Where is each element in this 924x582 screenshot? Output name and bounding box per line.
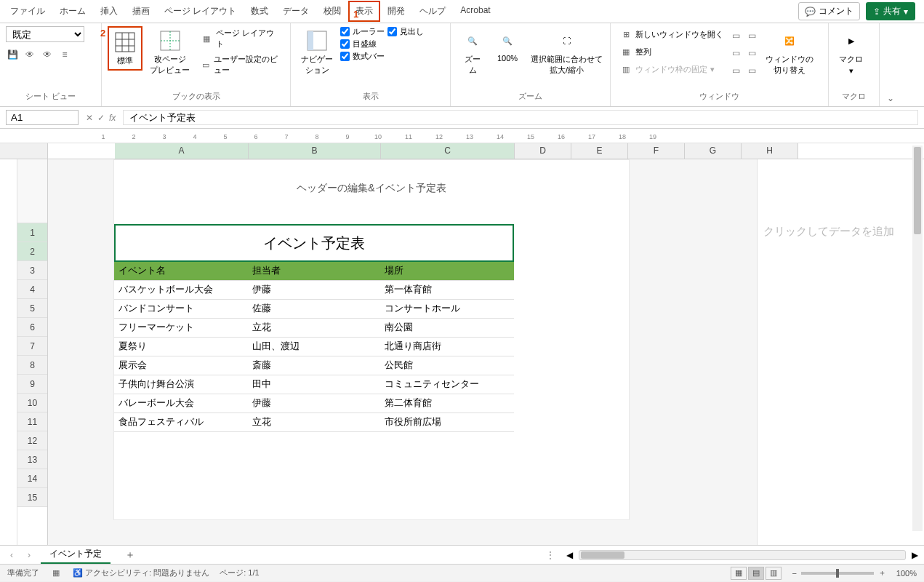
- ribbon-collapse[interactable]: ⌄: [880, 23, 901, 106]
- arrange-button[interactable]: ▦整列: [616, 44, 726, 60]
- zoom-value[interactable]: 100%: [896, 569, 917, 578]
- col-header-H[interactable]: H: [742, 143, 798, 159]
- menu-item-9[interactable]: 開発: [380, 1, 412, 22]
- table-cell[interactable]: コンサートホール: [380, 300, 514, 318]
- macro-button[interactable]: ▶マクロ▾: [835, 26, 867, 79]
- zoom-fit-button[interactable]: ⛶選択範囲に合わせて 拡大/縮小: [526, 26, 607, 79]
- sheetview-select[interactable]: 既定: [6, 26, 84, 42]
- table-cell[interactable]: 立花: [248, 319, 380, 337]
- headings-checkbox[interactable]: 見出し: [387, 26, 424, 37]
- horizontal-scrollbar[interactable]: [579, 550, 906, 560]
- table-cell[interactable]: 第一体育館: [380, 281, 514, 299]
- win-icon-4[interactable]: ▭: [745, 29, 758, 42]
- table-cell[interactable]: 市役所前広場: [380, 413, 514, 431]
- name-box[interactable]: [6, 110, 79, 125]
- menu-item-11[interactable]: Acrobat: [453, 1, 497, 22]
- table-cell[interactable]: 第二体育館: [380, 394, 514, 412]
- win-icon-3[interactable]: ▭: [729, 64, 742, 77]
- col-header-G[interactable]: G: [685, 143, 742, 159]
- row-header-3[interactable]: 3: [17, 261, 47, 280]
- table-cell[interactable]: 山田、渡辺: [248, 338, 380, 356]
- tab-prev[interactable]: ‹: [6, 550, 17, 560]
- menu-item-4[interactable]: ページ レイアウト: [157, 1, 244, 22]
- row-header-7[interactable]: 7: [17, 337, 47, 356]
- vertical-scrollbar[interactable]: [912, 146, 923, 531]
- table-cell[interactable]: コミュニティセンター: [380, 375, 514, 394]
- table-header-cell[interactable]: 担当者: [248, 262, 380, 280]
- zoom-in[interactable]: ＋: [878, 567, 886, 578]
- menu-item-1[interactable]: ホーム: [52, 1, 93, 22]
- formula-input[interactable]: [123, 110, 918, 125]
- col-header-D[interactable]: D: [515, 143, 571, 159]
- table-cell[interactable]: 佐藤: [248, 300, 380, 318]
- row-header-4[interactable]: 4: [17, 280, 47, 299]
- win-icon-6[interactable]: ▭: [745, 64, 758, 77]
- freeze-button[interactable]: ▥ウィンドウ枠の固定▾: [616, 61, 726, 77]
- share-button[interactable]: ⇪ 共有 ▾: [866, 2, 915, 20]
- table-cell[interactable]: 展示会: [114, 356, 248, 375]
- eye2-icon[interactable]: 👁: [41, 48, 54, 61]
- fx-icon[interactable]: fx: [109, 113, 116, 123]
- table-cell[interactable]: バスケットボール大会: [114, 281, 248, 299]
- zoom-button[interactable]: 🔍ズーム: [457, 26, 489, 79]
- zoom-out[interactable]: −: [792, 569, 796, 578]
- switch-window-button[interactable]: 🔀ウィンドウの 切り替え: [761, 26, 818, 79]
- table-cell[interactable]: 伊藤: [248, 281, 380, 299]
- view-pagelayout-button[interactable]: ▤: [748, 567, 764, 580]
- row-header-2[interactable]: 2: [17, 242, 47, 261]
- row-header-5[interactable]: 5: [17, 299, 47, 318]
- cancel-icon[interactable]: ✕: [86, 113, 93, 123]
- comment-button[interactable]: 💬 コメント: [798, 2, 860, 20]
- navigation-button[interactable]: ナビゲー ション: [297, 26, 337, 79]
- table-cell[interactable]: 伊藤: [248, 394, 380, 412]
- table-cell[interactable]: 斎藤: [248, 356, 380, 375]
- tab-options[interactable]: ⋮: [540, 550, 561, 560]
- normal-view-button[interactable]: 標準: [108, 26, 142, 71]
- view-pagebreak-button[interactable]: ▥: [766, 567, 782, 580]
- table-header-cell[interactable]: イベント名: [114, 262, 248, 280]
- zoom100-button[interactable]: 🔍100%: [491, 26, 523, 65]
- stats-icon[interactable]: ▦: [49, 567, 63, 580]
- table-title-cell[interactable]: イベント予定表: [114, 224, 514, 262]
- menu-item-3[interactable]: 描画: [125, 1, 157, 22]
- col-header-C[interactable]: C: [381, 143, 515, 159]
- table-cell[interactable]: 公民館: [380, 356, 514, 375]
- table-cell[interactable]: 北通り商店街: [380, 338, 514, 356]
- row-header-9[interactable]: 9: [17, 375, 47, 394]
- row-header-14[interactable]: 14: [17, 469, 47, 488]
- col-header-A[interactable]: A: [115, 143, 249, 159]
- menu-item-2[interactable]: 挿入: [93, 1, 125, 22]
- gridlines-checkbox[interactable]: 目盛線: [340, 39, 385, 49]
- menu-item-7[interactable]: 校閲: [316, 1, 348, 22]
- table-cell[interactable]: 食品フェスティバル: [114, 413, 248, 431]
- table-cell[interactable]: 子供向け舞台公演: [114, 375, 248, 394]
- confirm-icon[interactable]: ✓: [97, 113, 105, 123]
- table-cell[interactable]: 夏祭り: [114, 338, 248, 356]
- col-header-F[interactable]: F: [628, 143, 685, 159]
- menu-item-5[interactable]: 数式: [244, 1, 276, 22]
- table-cell[interactable]: 田中: [248, 375, 380, 394]
- ruler-checkbox[interactable]: ルーラー: [340, 26, 385, 37]
- pagelayout-button[interactable]: ▦ページ レイアウト: [197, 26, 284, 51]
- row-header-8[interactable]: 8: [17, 356, 47, 375]
- table-cell[interactable]: 立花: [248, 413, 380, 431]
- row-header-15[interactable]: 15: [17, 488, 47, 507]
- menu-item-0[interactable]: ファイル: [3, 1, 52, 22]
- col-header-E[interactable]: E: [571, 143, 628, 159]
- row-header-12[interactable]: 12: [17, 431, 47, 450]
- side-pane[interactable]: クリックしてデータを追加: [757, 159, 924, 545]
- pagebreak-button[interactable]: 改ページ プレビュー: [145, 26, 194, 79]
- select-all-corner[interactable]: [0, 143, 48, 159]
- save-icon[interactable]: 💾: [6, 48, 19, 61]
- win-icon-1[interactable]: ▭: [729, 29, 742, 42]
- table-cell[interactable]: バンドコンサート: [114, 300, 248, 318]
- sheet-tab-active[interactable]: イベント予定: [41, 546, 111, 564]
- row-header-11[interactable]: 11: [17, 412, 47, 431]
- accessibility-status[interactable]: ♿ アクセシビリティ: 問題ありません: [73, 567, 209, 578]
- eye-icon[interactable]: 👁: [23, 48, 36, 61]
- row-header-10[interactable]: 10: [17, 394, 47, 412]
- col-header-B[interactable]: B: [249, 143, 381, 159]
- page-header[interactable]: ヘッダーの編集&イベント予定表: [114, 182, 629, 224]
- win-icon-2[interactable]: ▭: [729, 47, 742, 60]
- view-normal-button[interactable]: ▦: [731, 567, 747, 580]
